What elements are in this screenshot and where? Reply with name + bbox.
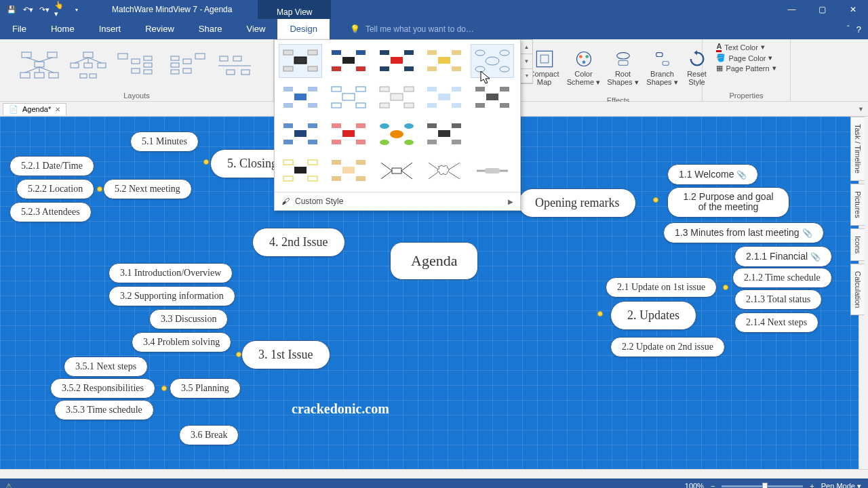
node-2-1[interactable]: 2.1 Update on 1st issue — [606, 277, 717, 298]
tab-design[interactable]: Design — [277, 19, 329, 39]
node-3-1[interactable]: 3.1 Introduction/Overview — [108, 263, 233, 283]
style-option-17[interactable] — [327, 154, 370, 188]
node-2-2[interactable]: 2.2 Update on 2nd issue — [610, 337, 725, 357]
help-icon[interactable]: ? — [856, 24, 861, 35]
node-5-2-1[interactable]: 5.2.1 Date/Time — [9, 156, 94, 176]
document-tab[interactable]: 📄 Agenda* ✕ — [3, 103, 66, 115]
node-2nd-issue[interactable]: 4. 2nd Issue — [252, 228, 345, 257]
svg-rect-64 — [452, 50, 461, 55]
undo-icon[interactable]: ↶▾ — [22, 3, 34, 16]
color-scheme-button[interactable]: Color Scheme ▾ — [564, 42, 604, 94]
status-warning-icon[interactable]: ⚠ — [5, 482, 12, 489]
zoom-slider[interactable] — [722, 485, 803, 487]
ribbon-panel-properties: AText Color ▾ 🪣Page Color ▾ ▦Page Patter… — [703, 39, 791, 101]
layout-thumb-4[interactable] — [163, 47, 209, 85]
svg-rect-94 — [500, 87, 509, 92]
node-3-5-1[interactable]: 3.5.1 Next steps — [64, 357, 148, 377]
pen-mode-button[interactable]: Pen Mode ▾ — [821, 482, 861, 489]
tell-me-search[interactable]: 💡 Tell me what you want to do… — [350, 24, 474, 34]
node-3-5-2[interactable]: 3.5.2 Responsibilities — [50, 378, 155, 399]
page-color-button[interactable]: 🪣Page Color ▾ — [716, 54, 776, 62]
node-3-4[interactable]: 3.4 Problem solving — [132, 332, 231, 352]
style-option-2[interactable] — [327, 44, 370, 78]
node-5-2-2[interactable]: 5.2.2 Location — [16, 179, 94, 199]
node-1-3[interactable]: 1.3 Minutes from last meeting📎 — [663, 222, 824, 243]
maximize-button[interactable]: ▢ — [807, 0, 837, 19]
tab-view[interactable]: View — [234, 19, 277, 39]
side-tab-task[interactable]: Task / Timeline — [850, 117, 865, 181]
custom-style-menu-item[interactable]: 🖌 Custom Style ▶ — [275, 192, 520, 210]
close-icon[interactable]: ✕ — [55, 106, 60, 113]
horizontal-scrollbar[interactable] — [0, 469, 868, 479]
style-option-3[interactable] — [375, 44, 418, 78]
svg-rect-24 — [144, 63, 152, 67]
page-pattern-button[interactable]: ▦Page Pattern ▾ — [716, 64, 776, 73]
style-option-7[interactable] — [327, 81, 370, 115]
gallery-scroll-up[interactable]: ▲ — [521, 40, 532, 54]
side-tab-calculation[interactable]: Calculation — [850, 264, 865, 315]
layout-thumb-3[interactable] — [114, 47, 160, 85]
layout-thumb-2[interactable] — [65, 47, 111, 85]
tab-insert[interactable]: Insert — [87, 19, 134, 39]
layout-thumb-5[interactable] — [212, 47, 258, 85]
node-1-1[interactable]: 1.1 Welcome📎 — [667, 164, 758, 185]
node-5-1[interactable]: 5.1 Minutes — [130, 131, 199, 152]
style-option-16[interactable] — [279, 154, 322, 188]
style-option-4[interactable] — [422, 44, 466, 78]
text-color-button[interactable]: AText Color ▾ — [716, 42, 776, 52]
tab-share[interactable]: Share — [186, 19, 235, 39]
branch-shapes-button[interactable]: Branch Shapes ▾ — [643, 42, 682, 94]
tab-file[interactable]: File — [0, 19, 39, 39]
style-option-19[interactable] — [422, 154, 466, 188]
gallery-expand[interactable]: ▾ — [521, 69, 532, 83]
node-2-1-2[interactable]: 2.1.2 Time schedule — [732, 268, 832, 288]
node-updates[interactable]: 2. Updates — [610, 301, 696, 330]
layout-thumb-1[interactable] — [16, 47, 62, 85]
node-2-1-1[interactable]: 2.1.1 Financial📎 — [734, 246, 832, 267]
node-opening-remarks[interactable]: Opening remarks — [518, 188, 636, 218]
node-3-2[interactable]: 3.2 Supporting information — [108, 286, 235, 306]
zoom-in-button[interactable]: + — [810, 482, 814, 488]
node-3-5-3[interactable]: 3.5.3 Time schedule — [54, 400, 154, 420]
style-option-13[interactable] — [375, 117, 418, 151]
style-option-8[interactable] — [375, 81, 418, 115]
redo-icon[interactable]: ↷▾ — [38, 3, 50, 16]
style-option-5[interactable] — [471, 44, 514, 78]
style-option-12[interactable] — [327, 117, 370, 151]
tab-review[interactable]: Review — [133, 19, 186, 39]
tabstrip-dropdown-icon[interactable]: ▼ — [858, 106, 864, 113]
qat-more-icon[interactable]: ▾ — [71, 3, 83, 16]
minimize-button[interactable]: — — [776, 0, 807, 19]
style-option-11[interactable] — [279, 117, 322, 151]
style-option-6[interactable] — [279, 81, 322, 115]
node-1-2[interactable]: 1.2 Purpose and goal of the meeting — [667, 187, 789, 218]
style-option-15[interactable] — [471, 117, 514, 151]
node-3-6[interactable]: 3.6 Break — [179, 425, 239, 445]
close-button[interactable]: ✕ — [837, 0, 868, 19]
node-2-1-4[interactable]: 2.1.4 Next steps — [734, 312, 818, 333]
touch-mode-icon[interactable]: 👆▾ — [54, 3, 66, 16]
style-option-20[interactable] — [471, 154, 514, 188]
root-shapes-button[interactable]: Root Shapes ▾ — [604, 42, 643, 94]
node-5-2-3[interactable]: 5.2.3 Attendees — [9, 202, 92, 222]
zoom-out-button[interactable]: − — [711, 482, 715, 488]
style-option-18[interactable] — [375, 154, 418, 188]
node-5-2[interactable]: 5.2 Next meeting — [103, 179, 192, 199]
style-option-10[interactable] — [471, 81, 514, 115]
save-icon[interactable]: 💾 — [5, 3, 18, 16]
node-3-5[interactable]: 3.5 Planning — [170, 378, 241, 399]
style-option-9[interactable] — [422, 81, 466, 115]
svg-rect-115 — [427, 140, 437, 144]
style-option-1[interactable] — [279, 44, 322, 78]
side-tab-icons[interactable]: Icons — [850, 228, 865, 261]
node-agenda[interactable]: Agenda — [390, 242, 478, 280]
node-1st-issue[interactable]: 3. 1st Issue — [241, 340, 330, 369]
ribbon-collapse-icon[interactable]: ˆ — [847, 24, 850, 35]
svg-rect-37 — [536, 51, 552, 66]
style-option-14[interactable] — [422, 117, 466, 151]
side-tab-pictures[interactable]: Pictures — [850, 184, 865, 226]
tab-home[interactable]: Home — [39, 19, 87, 39]
node-3-3[interactable]: 3.3 Discussion — [149, 309, 228, 329]
gallery-scroll-down[interactable]: ▼ — [521, 54, 532, 68]
node-2-1-3[interactable]: 2.1.3 Total status — [734, 289, 822, 310]
